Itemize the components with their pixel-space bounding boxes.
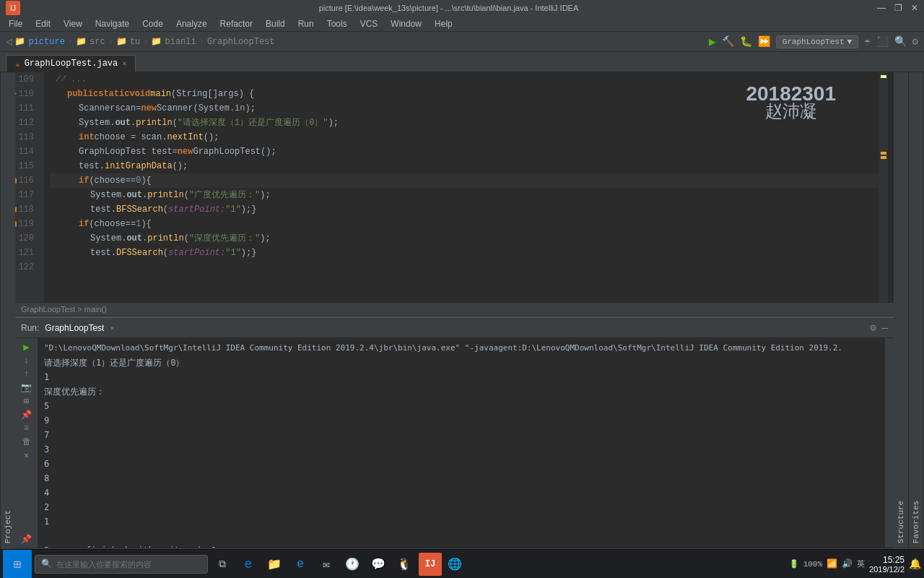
run-output-2: 1 [44, 370, 879, 384]
camera-icon[interactable]: 📷 [21, 382, 32, 393]
run-panel-tab[interactable]: GraphLoopTest [45, 323, 104, 333]
trash-icon[interactable]: 🗑 [22, 436, 31, 447]
menu-vcs[interactable]: VCS [354, 17, 384, 30]
notification-icon[interactable]: 🔔 [909, 558, 921, 570]
run-output-10: 4 [44, 486, 879, 500]
line-num-119: 119 [15, 217, 38, 231]
run-scrollbar[interactable] [885, 338, 894, 548]
run-arrow-110: ▶ [15, 87, 17, 101]
menu-window[interactable]: Window [385, 17, 427, 30]
pin-icon[interactable]: 📌 [21, 410, 32, 420]
code-content[interactable]: 20182301 赵沛凝 // ... public static void m… [44, 72, 879, 302]
menu-analyze[interactable]: Analyze [170, 17, 213, 30]
nav-back-icon[interactable]: ◁ [6, 35, 12, 48]
code-line-116: if(choose==0){ [50, 173, 879, 188]
line-num-120: 120 [15, 231, 38, 246]
rerun-icon[interactable]: ▶ [23, 341, 29, 353]
code-editor[interactable]: 109 ▶ 110 111 112 113 114 115 116 117 [15, 72, 894, 302]
maximize-button[interactable]: ❐ [894, 3, 902, 13]
browser-icon: 🌐 [448, 557, 462, 571]
mail-icon[interactable]: ✉ [315, 553, 338, 576]
breadcrumb-tu-label[interactable]: tu [130, 37, 140, 47]
close-run-icon[interactable]: — [882, 322, 888, 334]
favorites-panel-label[interactable]: 2: Favorites [909, 72, 924, 564]
line-num-113: 113 [15, 130, 38, 144]
menu-code[interactable]: Code [136, 17, 169, 30]
stop-icon[interactable]: ⬛ [876, 35, 889, 48]
minimize-button[interactable]: — [877, 3, 886, 13]
tab-close-button[interactable]: ✕ [122, 59, 126, 68]
menu-tools[interactable]: Tools [321, 17, 353, 30]
run-area: ▶ ↓ ↑ 📷 ⊞ 📌 ≡ 🗑 ✕ 📌 "D:\LenovoQMDownload… [15, 338, 894, 548]
menu-view[interactable]: View [58, 17, 88, 30]
tab-graphlooptest[interactable]: ☕ GraphLoopTest.java ✕ [6, 55, 136, 72]
code-line-114: GraphLoopTest test = new GraphLoopTest()… [50, 144, 879, 159]
search-everywhere-icon[interactable]: 🔍 [894, 35, 907, 48]
structure-panel-label[interactable]: 7: Structure [894, 72, 909, 564]
menu-help[interactable]: Help [429, 17, 458, 30]
menu-build[interactable]: Build [260, 17, 291, 30]
breadcrumb-sep-1: › [68, 37, 73, 47]
breadcrumb-picture[interactable]: 📁 [14, 36, 25, 47]
breadcrumb-sep-3: › [143, 37, 148, 47]
breadcrumb-src[interactable]: 📁 [76, 36, 87, 47]
intellij-icon-taskbar[interactable]: IJ [419, 553, 442, 576]
right-scrollbar[interactable] [879, 72, 888, 302]
run-button[interactable]: ▶ [709, 35, 716, 49]
breadcrumb-src-label[interactable]: src [90, 37, 105, 47]
folder-icon: 📁 [267, 557, 282, 571]
settings-run-icon[interactable]: ⚙ [870, 322, 876, 334]
code-line-119: if(choose==1){ [50, 217, 879, 231]
close-button[interactable]: ✕ [911, 3, 918, 13]
menu-run[interactable]: Run [292, 17, 320, 30]
ime-indicator[interactable]: 英 [857, 558, 865, 569]
wechat-icon[interactable]: 💬 [367, 553, 390, 576]
scroll-indicator-orange2 [881, 156, 886, 159]
run-output-1: 请选择深度（1）还是广度遍历（0） [44, 355, 879, 370]
title-bar-title: picture [E:\idea\week_13s\picture] - ...… [20, 4, 877, 12]
breadcrumb-picture-label[interactable]: picture [28, 37, 64, 47]
search-container[interactable]: 🔍 [35, 555, 208, 574]
run-output-7: 3 [44, 442, 879, 457]
breadcrumb-bianli[interactable]: 📁 [151, 36, 162, 47]
edge-icon[interactable]: e [237, 553, 260, 576]
breadcrumb-graphlooptest[interactable]: GraphLoopTest [207, 37, 275, 47]
run-config-button[interactable]: GraphLoopTest ▼ [776, 35, 858, 48]
build-button[interactable]: 🔨 [722, 35, 734, 48]
scroll-up-icon[interactable]: ↑ [24, 369, 29, 379]
scroll-down-icon[interactable]: ↓ [24, 356, 29, 366]
profile-button[interactable]: ⏩ [758, 35, 770, 48]
run-tab-close[interactable]: ✕ [110, 324, 114, 332]
java-file-icon: ☕ [15, 59, 20, 69]
start-button[interactable]: ⊞ [3, 550, 32, 579]
network-tray-icon[interactable]: 📶 [827, 558, 837, 569]
taskbar-search[interactable] [56, 560, 193, 569]
title-bar: IJ picture [E:\idea\week_13s\picture] - … [0, 0, 924, 16]
explorer-icon[interactable]: 📁 [263, 553, 286, 576]
clock-icon-taskbar[interactable]: 🕐 [341, 553, 364, 576]
pin2-icon[interactable]: 📌 [21, 534, 32, 545]
close-panel-icon[interactable]: ✕ [24, 450, 29, 461]
debug-button[interactable]: 🐛 [740, 35, 752, 48]
breadcrumb-bianli-label[interactable]: bianli [165, 37, 196, 47]
volume-icon[interactable]: 🔊 [842, 558, 853, 569]
task-view-button[interactable]: ⧉ [211, 553, 234, 576]
layout2-icon[interactable]: ≡ [24, 423, 29, 434]
menu-refactor[interactable]: Refactor [214, 17, 258, 30]
menu-navigate[interactable]: Navigate [90, 17, 135, 30]
clock-tray[interactable]: 15:25 2019/12/2 [869, 555, 905, 574]
title-bar-icon: IJ [6, 1, 20, 15]
coverage-icon[interactable]: ☂ [864, 35, 870, 48]
line-num-118: 118 [15, 202, 38, 217]
settings-icon[interactable]: ⚙ [912, 35, 918, 48]
qq-icon[interactable]: 🐧 [393, 553, 416, 576]
menu-edit[interactable]: Edit [30, 17, 56, 30]
project-panel-label[interactable]: 1: Project [0, 72, 15, 564]
network-icon[interactable]: 🌐 [445, 554, 465, 574]
ie-icon[interactable]: e [289, 553, 312, 576]
run-config-label: GraphLoopTest [783, 38, 845, 46]
menu-file[interactable]: File [3, 17, 28, 30]
layout-icon[interactable]: ⊞ [24, 396, 29, 407]
breadcrumb-tu[interactable]: 📁 [116, 36, 127, 47]
battery-icon[interactable]: 🔋 [789, 559, 799, 569]
